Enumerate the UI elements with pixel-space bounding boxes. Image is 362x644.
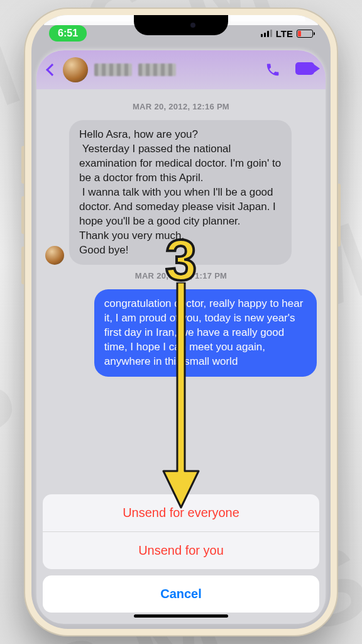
sheet-options-group: Unsend for everyone Unsend for you	[43, 494, 319, 569]
phone-screen: 6:51 LTE	[31, 15, 331, 629]
unsend-you-button[interactable]: Unsend for you	[43, 532, 319, 569]
unsend-everyone-button[interactable]: Unsend for everyone	[43, 494, 319, 531]
signal-icon	[261, 30, 272, 37]
sheet-cancel-group: Cancel	[43, 575, 319, 613]
cancel-button[interactable]: Cancel	[43, 575, 319, 613]
battery-icon	[297, 30, 313, 38]
status-right: LTE	[261, 28, 313, 39]
network-label: LTE	[276, 28, 293, 39]
phone-frame: 6:51 LTE	[24, 8, 338, 636]
action-sheet: Unsend for everyone Unsend for you Cance…	[43, 494, 319, 613]
home-indicator[interactable]	[134, 614, 228, 618]
notch	[134, 15, 228, 35]
status-time-pill: 6:51	[49, 25, 87, 42]
chat-card: MAR 20, 2012, 12:16 PM Hello Asra, how a…	[36, 50, 326, 624]
